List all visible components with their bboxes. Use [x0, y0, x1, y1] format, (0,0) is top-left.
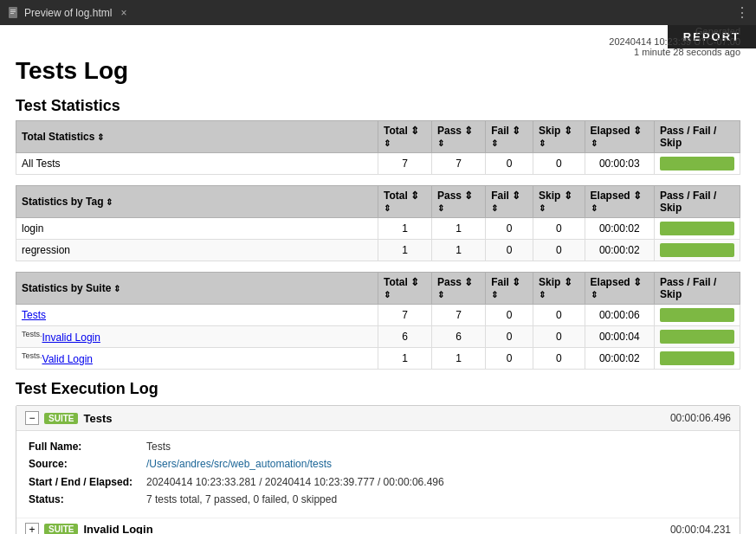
table-row: Tests.Valid Login110000:00:02	[16, 348, 740, 370]
row-name-cell[interactable]: Tests	[16, 305, 378, 326]
row-link[interactable]: Valid Login	[42, 353, 94, 365]
row-name-cell[interactable]: Tests.Invalid Login	[16, 326, 378, 348]
row-total: 7	[378, 153, 432, 175]
menu-icon[interactable]: ⋮	[735, 4, 749, 21]
total-stats-header-pass[interactable]: Pass ⇕	[431, 121, 485, 153]
full-name-value: Tests	[146, 438, 171, 455]
row-pass-bar-cell	[654, 326, 740, 348]
full-name-row: Full Name: Tests	[29, 438, 727, 455]
main-suite-row: − SUITE Tests 00:00:06.496	[16, 406, 740, 431]
row-pass-bar-cell	[654, 348, 740, 370]
row-total: 1	[378, 240, 432, 261]
tag-stats-header-total[interactable]: Total ⇕	[378, 186, 432, 218]
row-fail: 0	[486, 240, 533, 261]
sub-suite-time: 00:00:04.231	[670, 524, 731, 534]
suite-stats-header-bar: Pass / Fail / Skip	[654, 273, 740, 305]
execution-log-section: Test Execution Log − SUITE Tests 00:00:0…	[16, 380, 740, 534]
suite-stats-header-name[interactable]: Statistics by Suite	[16, 273, 378, 305]
start-end-row: Start / End / Elapsed: 20240414 10:23:33…	[29, 473, 727, 491]
status-label: Status:	[29, 491, 141, 508]
pass-bar	[660, 330, 734, 344]
row-fail: 0	[486, 305, 533, 326]
generated-ago: 1 minute 28 seconds ago	[609, 47, 740, 57]
tag-stats-header-bar: Pass / Fail / Skip	[654, 186, 740, 218]
row-elapsed: 00:00:02	[585, 218, 654, 240]
main-suite-name: Tests	[83, 412, 112, 425]
generated-info: Generated 20240414 10:23:39 UTC-07:00 1 …	[609, 26, 740, 57]
row-pass: 1	[431, 348, 485, 370]
suite-stats-header-skip[interactable]: Skip ⇕	[533, 273, 585, 305]
table-row: All Tests770000:00:03	[16, 153, 740, 175]
row-skip: 0	[533, 218, 585, 240]
tag-stats-header-elapsed[interactable]: Elapsed ⇕	[585, 186, 654, 218]
status-value: 7 tests total, 7 passed, 0 failed, 0 ski…	[146, 491, 337, 508]
total-stats-header-elapsed[interactable]: Elapsed ⇕	[585, 121, 654, 153]
tab-label: Preview of log.html	[24, 7, 112, 19]
main-suite-toggle[interactable]: −	[25, 411, 39, 425]
row-pass-bar-cell	[654, 240, 740, 261]
sub-suite-name: Invalid Login	[83, 523, 152, 534]
row-total: 1	[378, 348, 432, 370]
row-total: 7	[378, 305, 432, 326]
table-row: login110000:00:02	[16, 218, 740, 240]
tab-close-button[interactable]: ×	[120, 7, 126, 19]
sub-suite-toggle[interactable]: +	[25, 523, 39, 534]
total-stats-header-name[interactable]: Total Statistics	[16, 121, 378, 153]
sub-suites-container: +SUITEInvalid Login00:00:04.231+SUITEVal…	[16, 518, 740, 534]
suite-stats-header-pass[interactable]: Pass ⇕	[431, 273, 485, 305]
total-stats-header-total[interactable]: Total ⇕	[378, 121, 432, 153]
sub-suite-row-left: +SUITEInvalid Login	[25, 523, 153, 534]
generated-label: Generated	[609, 26, 740, 36]
pass-bar	[660, 157, 734, 170]
suite-stats-table: Statistics by Suite Total ⇕ Pass ⇕ Fail …	[16, 272, 740, 370]
row-pass: 6	[431, 326, 485, 348]
source-value[interactable]: /Users/andres/src/web_automation/tests	[146, 455, 332, 473]
main-suite-badge: SUITE	[44, 413, 78, 424]
row-pass: 7	[431, 305, 485, 326]
row-total: 1	[378, 218, 432, 240]
tag-stats-table: Statistics by Tag Total ⇕ Pass ⇕ Fail ⇕ …	[16, 185, 740, 261]
row-skip: 0	[533, 326, 585, 348]
row-pass: 1	[431, 218, 485, 240]
row-skip: 0	[533, 240, 585, 261]
tag-stats-header-skip[interactable]: Skip ⇕	[533, 186, 585, 218]
total-stats-header-fail[interactable]: Fail ⇕	[486, 121, 533, 153]
row-elapsed: 00:00:03	[585, 153, 654, 175]
suite-stats-header-fail[interactable]: Fail ⇕	[486, 273, 533, 305]
main-suite-time: 00:00:06.496	[670, 412, 731, 424]
pass-bar	[660, 243, 734, 257]
table-row: regression110000:00:02	[16, 240, 740, 261]
execution-log-box: − SUITE Tests 00:00:06.496 Full Name: Te…	[16, 405, 740, 534]
row-link[interactable]: Invalid Login	[42, 331, 100, 344]
sub-suite-row: +SUITEInvalid Login00:00:04.231	[16, 518, 740, 534]
execution-log-title: Test Execution Log	[16, 380, 740, 398]
row-skip: 0	[533, 305, 585, 326]
table-row: Tests.Invalid Login660000:00:04	[16, 326, 740, 348]
tab-area: Preview of log.html ×	[7, 6, 126, 20]
tag-stats-header-pass[interactable]: Pass ⇕	[431, 186, 485, 218]
row-fail: 0	[486, 218, 533, 240]
row-fail: 0	[486, 153, 533, 175]
table-row: Tests770000:00:06	[16, 305, 740, 326]
suite-stats-header-total[interactable]: Total ⇕	[378, 273, 432, 305]
pass-bar	[660, 351, 734, 365]
source-row: Source: /Users/andres/src/web_automation…	[29, 455, 727, 473]
row-link[interactable]: Tests	[22, 309, 46, 321]
main-content: Tests Log Generated 20240414 10:23:39 UT…	[0, 48, 756, 534]
tag-stats-header-fail[interactable]: Fail ⇕	[486, 186, 533, 218]
row-name-cell[interactable]: Tests.Valid Login	[16, 348, 378, 370]
generated-date: 20240414 10:23:39 UTC-07:00	[609, 36, 740, 47]
row-elapsed: 00:00:06	[585, 305, 654, 326]
total-stats-header-skip[interactable]: Skip ⇕	[533, 121, 585, 153]
suite-prefix: Tests.	[22, 330, 42, 338]
statistics-section-title: Test Statistics	[16, 97, 740, 115]
svg-rect-1	[10, 10, 16, 10]
suite-stats-header-elapsed[interactable]: Elapsed ⇕	[585, 273, 654, 305]
row-fail: 0	[486, 348, 533, 370]
file-icon	[7, 6, 21, 20]
row-pass: 7	[431, 153, 485, 175]
row-elapsed: 00:00:02	[585, 348, 654, 370]
row-elapsed: 00:00:02	[585, 240, 654, 261]
tag-stats-header-name[interactable]: Statistics by Tag	[16, 186, 378, 218]
row-pass-bar-cell	[654, 305, 740, 326]
